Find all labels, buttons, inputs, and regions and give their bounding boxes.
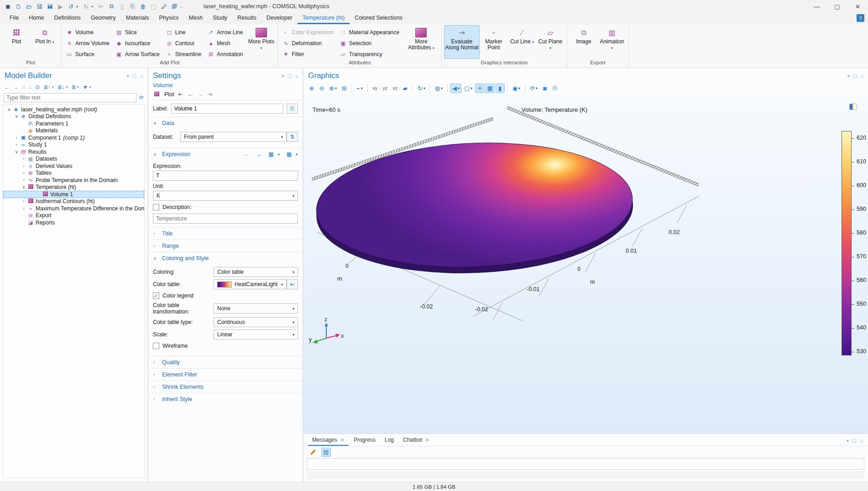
mesh-button[interactable]: ▲Mesh — [205, 38, 247, 49]
tree-item-reports[interactable]: ◪Reports — [3, 219, 144, 226]
move-down-icon[interactable]: ↓ — [29, 84, 31, 90]
wireframe-checkbox[interactable] — [153, 343, 159, 349]
dataset-select[interactable]: From parent▾ — [180, 132, 287, 142]
duplicate-icon[interactable]: ⎘ — [127, 1, 138, 11]
tab-progress[interactable]: Progress — [350, 435, 380, 446]
cut-plane-button[interactable]: ▱ Cut Plane ▾ — [536, 25, 565, 59]
contour-button[interactable]: ◎Contour — [164, 38, 205, 49]
deformation-button[interactable]: ∿Deformation — [280, 38, 337, 49]
tree-item-component[interactable]: ›▣Component 1(comp 1) — [3, 134, 144, 141]
go-to-source-icon[interactable]: ⇅ — [287, 132, 298, 142]
plot-update-icon[interactable]: ⟳▾ — [528, 84, 539, 93]
description-checkbox[interactable] — [153, 204, 159, 210]
more-plots-button[interactable]: More Plots ▾ — [247, 25, 275, 59]
last-plot-icon[interactable]: ⇥ — [207, 91, 212, 98]
select-paint-icon[interactable]: 🖉 — [159, 1, 169, 11]
section-element-filter[interactable]: › Element Filter — [148, 368, 303, 381]
next-expression-icon[interactable]: → — [256, 151, 261, 157]
plot-area[interactable]: Time=60 s Volume: Temperature (K) — [303, 94, 868, 433]
sound-icon[interactable]: ◀▾ — [450, 84, 461, 93]
tab-developer[interactable]: Developer — [261, 13, 298, 24]
redo-icon[interactable]: ↻ — [81, 1, 91, 11]
cut-icon[interactable]: ✂ — [96, 1, 106, 11]
orthographic-projection-icon[interactable]: ▰ — [401, 84, 410, 93]
section-expression[interactable]: ∨ Expression ← → ▦▾ ▦▾ — [148, 148, 303, 160]
save-icon[interactable]: 🖫 — [34, 1, 45, 11]
rotate-icon[interactable]: ↻▾ — [416, 84, 427, 93]
color-table-transformation-select[interactable]: None▾ — [214, 303, 298, 313]
tab-home[interactable]: Home — [24, 13, 49, 24]
tree-item-isothermal-contours[interactable]: ›Isothermal Contours (ht) — [3, 198, 144, 205]
color-legend-checkbox[interactable]: ✓ — [153, 293, 159, 299]
show-grid-icon[interactable]: ▦ — [485, 84, 494, 93]
tree-item-volume-1[interactable]: Volume 1 — [3, 191, 144, 198]
zoom-extents-icon[interactable]: ⊞ — [340, 84, 349, 93]
line-button[interactable]: ◻Line — [164, 27, 205, 38]
delete-icon[interactable]: 🗑 — [138, 1, 148, 11]
back-icon[interactable]: ← — [4, 84, 10, 90]
chevron-down-icon[interactable]: ▾ — [278, 152, 280, 157]
tab-definitions[interactable]: Definitions — [49, 13, 86, 24]
show-axis-orientation-icon[interactable]: ✛ — [475, 84, 484, 93]
close-tab-icon[interactable]: ✕ — [340, 437, 345, 443]
undo-icon[interactable]: ↺ — [66, 1, 76, 11]
model-tree-nodes-icon[interactable]: ≣ — [71, 84, 76, 90]
panel-float-icon[interactable]: ▢ — [853, 73, 857, 78]
section-inherit-style[interactable]: › Inherit Style — [148, 393, 303, 405]
tab-study[interactable]: Study — [208, 13, 232, 24]
panel-pin-icon[interactable]: ⊥ — [140, 73, 144, 78]
tab-physics[interactable]: Physics — [154, 13, 183, 24]
transparency-view-icon[interactable]: ▢▾ — [462, 84, 474, 93]
open-file-icon[interactable]: 🗁 — [24, 1, 34, 11]
snapshot-camera-icon[interactable]: ◙ — [540, 84, 549, 93]
scene-light-icon[interactable]: ◍▾ — [433, 84, 444, 93]
chevron-down-icon[interactable]: ▾ — [89, 85, 91, 89]
chevron-down-icon[interactable]: ▾ — [296, 152, 298, 157]
view-xy-icon[interactable]: xy — [371, 84, 380, 93]
tab-geometry[interactable]: Geometry — [86, 13, 121, 24]
panel-pin-icon[interactable]: ⊥ — [859, 438, 863, 443]
surface-button[interactable]: ▭Surface — [64, 49, 114, 60]
color-table-type-select[interactable]: Continuous▾ — [214, 317, 298, 327]
plot-button[interactable]: 🖽 Plot — [2, 25, 31, 59]
section-range[interactable]: › Range — [148, 240, 303, 252]
panel-menu-icon[interactable]: ▾ — [127, 73, 129, 78]
filter-button[interactable]: ▼Filter — [280, 49, 337, 60]
show-message-window-icon[interactable]: ▤ — [321, 448, 331, 457]
marker-point-button[interactable]: ▫ Marker Point — [480, 25, 508, 59]
tab-materials[interactable]: Materials — [121, 13, 154, 24]
maximize-button[interactable]: ▢ — [827, 0, 847, 13]
previous-plot-icon[interactable]: ← — [187, 91, 193, 98]
zoom-in-icon[interactable]: ⊕ — [307, 84, 316, 93]
section-data[interactable]: ∨ Data — [148, 117, 303, 129]
tab-temperature-ht[interactable]: Temperature (ht) — [298, 13, 350, 24]
paste-icon[interactable]: ▯ — [117, 1, 127, 11]
rename-icon[interactable]: ⎘ — [287, 104, 298, 114]
forward-icon[interactable]: → — [13, 84, 19, 90]
close-button[interactable]: ✕ — [847, 0, 868, 13]
tree-item-parameters[interactable]: PᵢParameters 1 — [3, 120, 144, 127]
tree-item-global-definitions[interactable]: ∨⊕Global Definitions — [3, 113, 144, 120]
insert-expression-icon[interactable]: ▦ — [287, 151, 292, 157]
help-icon[interactable]: ? — [857, 14, 864, 22]
label-input[interactable] — [171, 104, 283, 114]
tree-item-probe-temperature[interactable]: ›∿Probe Temperature in the Domain — [3, 177, 144, 184]
tree-item-materials[interactable]: ◉Materials — [3, 127, 144, 135]
first-plot-icon[interactable]: ⇤ — [178, 91, 183, 98]
scale-select[interactable]: Linear▾ — [214, 329, 298, 340]
panel-float-icon[interactable]: ▢ — [132, 73, 136, 78]
panel-float-icon[interactable]: ▢ — [852, 438, 856, 443]
animation-button[interactable]: ▥ Animation▾ — [598, 25, 626, 59]
chevron-down-icon[interactable]: ▾ — [77, 85, 79, 89]
replace-expression-icon[interactable]: ▦ — [268, 151, 273, 157]
annotation-button[interactable]: ⊞Annotation — [205, 49, 247, 60]
selection-button[interactable]: ▣Selection — [338, 38, 403, 49]
tree-item-temperature-ht[interactable]: ∨Temperature (ht) — [3, 184, 144, 191]
unit-select[interactable]: K▾ — [153, 191, 298, 201]
material-appearance-button[interactable]: ∷Material Appearance — [338, 27, 403, 38]
zoom-box-icon[interactable]: ⊕▾ — [327, 84, 339, 93]
previous-expression-icon[interactable]: ← — [244, 151, 249, 157]
color-table-settings-icon[interactable]: ⇤ — [287, 279, 298, 289]
settings-plot-button[interactable]: Plot — [164, 91, 174, 98]
filter-input[interactable] — [4, 93, 136, 102]
